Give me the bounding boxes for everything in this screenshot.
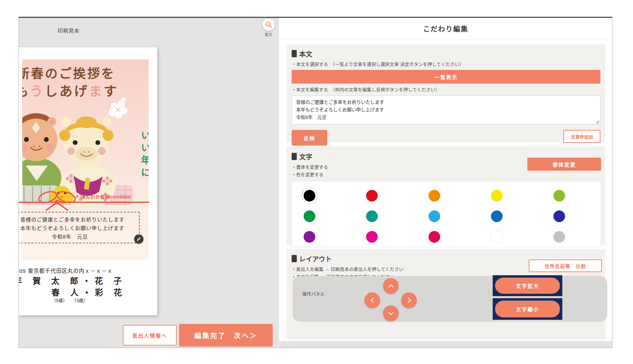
- split-address-name-button[interactable]: 住所名前等 分割: [529, 259, 602, 272]
- screenshot-root: 印刷見本 拡大 新春のご挨拶を もうしあげます: [0, 0, 633, 364]
- sender-address[interactable]: 005 東京都千代田区丸の内ｘ－ｘ－ｘ: [19, 267, 113, 274]
- heading-square-icon: [292, 153, 297, 160]
- textarea-resize-icon[interactable]: [596, 120, 599, 123]
- move-up-button[interactable]: [383, 278, 399, 294]
- chevron-left-icon: [371, 298, 376, 303]
- color-swatch-sky-blue[interactable]: [429, 210, 440, 222]
- editor-panel: こだわり編集 本文 ・本文を選択する （一覧より文章を選択し選択文章 決定ボタン…: [279, 18, 612, 341]
- section-heading: 本文: [292, 49, 600, 58]
- color-swatch-red[interactable]: [366, 190, 378, 202]
- operation-panel-label: 操作パネル: [302, 290, 325, 297]
- shrink-text-button[interactable]: 文字縮小: [495, 301, 560, 317]
- color-swatch-crimson[interactable]: [429, 231, 440, 243]
- color-swatch-ring: [302, 188, 317, 204]
- section-heading-label: 本文: [299, 49, 312, 58]
- enlarge-text-button[interactable]: 文字拡大: [495, 278, 560, 294]
- color-grid: [292, 181, 601, 247]
- move-left-button[interactable]: [364, 292, 380, 308]
- color-swatch-blue[interactable]: [491, 210, 503, 222]
- color-swatch-ring: [551, 208, 567, 224]
- editor-header: こだわり編集: [279, 18, 612, 40]
- finish-edit-next-button[interactable]: 編集完了 次へ＞: [179, 324, 273, 347]
- zoom-button[interactable]: [262, 19, 275, 31]
- color-swatch-gray[interactable]: [553, 231, 565, 243]
- sender-children-ages: （5歳） （3歳）: [51, 297, 87, 303]
- section-heading-label: 文字: [299, 152, 312, 161]
- color-swatch-white[interactable]: [491, 231, 503, 243]
- preview-panel-title: 印刷見本: [31, 27, 106, 34]
- greeting-text-box[interactable]: 皆様のご健康とご多幸をお祈りいたします 本年もどうぞよろしくお願い申し上げます …: [19, 212, 140, 243]
- color-swatch-ring: [489, 229, 505, 245]
- headline-part: ま: [89, 84, 104, 98]
- enlarge-button-highlight: 文字拡大: [493, 275, 562, 296]
- zoom-in-icon: [265, 21, 272, 28]
- color-swatch-green[interactable]: [304, 210, 315, 222]
- color-swatch-ring: [551, 229, 567, 245]
- chevron-up-icon: [388, 284, 394, 290]
- change-font-button[interactable]: 書体変更: [527, 158, 601, 171]
- chevron-down-icon: [388, 310, 394, 315]
- section-heading-label: レイアウト: [299, 254, 332, 263]
- color-swatch-ring: [426, 188, 442, 204]
- color-swatch-ring: [364, 188, 380, 204]
- color-swatch-ring: [489, 188, 505, 204]
- greeting-line: 皆様のご健康とご多幸をお祈りいたします: [20, 215, 137, 224]
- sender-children-names[interactable]: 春 人・彩 花: [51, 286, 126, 298]
- add-text-frame-button[interactable]: 文章枠追加: [563, 130, 600, 143]
- editor-title: こだわり編集: [423, 24, 468, 34]
- headline-part: しあげ: [45, 84, 89, 98]
- headline-part: も: [22, 84, 30, 98]
- color-swatch-yellow[interactable]: [491, 190, 503, 202]
- operation-panel: 操作パネル 文字拡大 文字縮小: [293, 276, 607, 322]
- chevron-right-icon: [405, 298, 411, 303]
- color-swatch-ring: [302, 229, 317, 245]
- color-swatch-black[interactable]: [304, 190, 315, 202]
- change-color-hint: ・色を変更する: [292, 171, 601, 178]
- color-swatch-ring: [426, 208, 442, 224]
- sender-info-button[interactable]: 差出人情報へ: [123, 325, 177, 345]
- color-swatch-purple[interactable]: [304, 231, 315, 243]
- color-swatch-ring: [364, 208, 380, 224]
- section-layout: レイアウト ・差出人を編集 → 印刷見本の差出人を押してください ・本文を編集 …: [286, 249, 605, 339]
- mizuhiki-ribbon: [19, 189, 149, 213]
- move-right-button[interactable]: [401, 292, 417, 308]
- color-swatch-ring: [426, 229, 442, 245]
- color-swatch-teal[interactable]: [366, 210, 378, 222]
- text-box-drag-handle-icon[interactable]: [134, 234, 143, 244]
- color-swatch-orange[interactable]: [429, 190, 440, 202]
- sender-family-names[interactable]: 年 賀 太 郎・花 子: [19, 274, 126, 286]
- color-swatch-yellow-green[interactable]: [553, 190, 565, 202]
- headline-part: う: [30, 84, 45, 98]
- color-swatch-ring: [551, 188, 567, 204]
- print-sample-card[interactable]: 新春のご挨拶を もうしあげます いい年に: [19, 47, 157, 315]
- color-swatch-ring: [302, 208, 317, 224]
- color-swatch-ring: [489, 208, 505, 224]
- section-body-text: 本文 ・本文を選択する （一覧より文章を選択し選択文章 決定ボタンを押してくださ…: [286, 45, 605, 142]
- section-characters: 文字 ・書体を変更する ・色を変更する 書体変更: [286, 146, 605, 245]
- shrink-button-highlight: 文字縮小: [493, 298, 562, 320]
- show-list-button[interactable]: 一覧表示: [292, 70, 600, 84]
- select-body-hint: ・本文を選択する （一覧より文章を選択し選択文章 決定ボタンを押してください）: [292, 61, 600, 67]
- greeting-line: 本年もどうぞよろしくお願い申し上げます: [20, 224, 137, 232]
- greeting-line: 令和8年 元旦: [20, 232, 137, 241]
- heading-square-icon: [292, 50, 297, 57]
- heading-square-icon: [292, 255, 297, 262]
- zoom-button-label: 拡大: [261, 32, 276, 37]
- body-text-input[interactable]: 皆様のご健康とご多幸をお祈りいたします 本年もどうぞよろしくお願い申し上げます …: [292, 96, 600, 124]
- edit-body-hint: ・本文を編集する （枠内の文章を編集し反映ボタンを押してください）: [292, 86, 600, 93]
- color-swatch-ring: [364, 229, 380, 245]
- card-headline-line1: 新春のご挨拶を: [22, 63, 115, 82]
- apply-button[interactable]: 反映: [292, 130, 327, 146]
- move-down-button[interactable]: [383, 305, 399, 321]
- color-swatch-navy[interactable]: [553, 210, 565, 222]
- color-swatch-magenta[interactable]: [366, 231, 378, 243]
- app-frame: 印刷見本 拡大 新春のご挨拶を もうしあげます: [19, 17, 612, 348]
